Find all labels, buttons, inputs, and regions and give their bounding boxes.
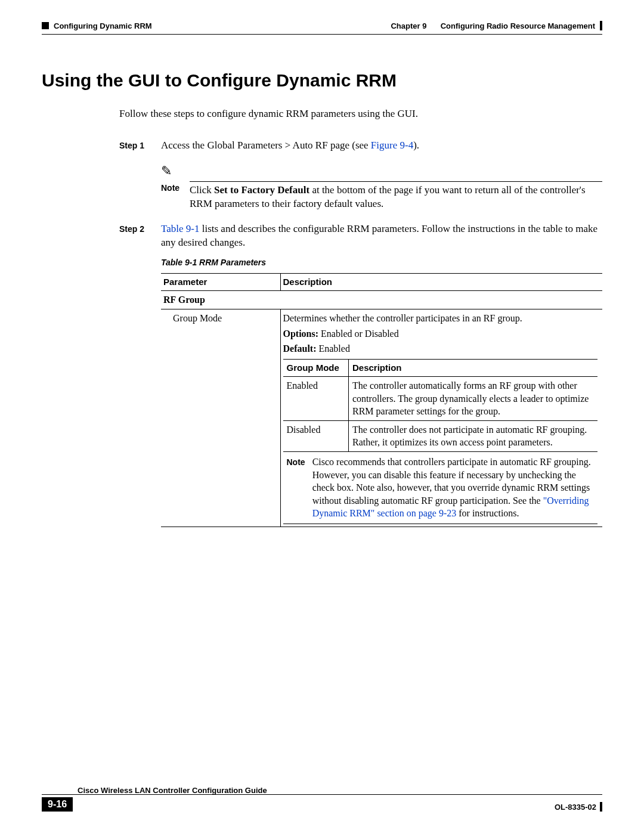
param-group-mode: Group Mode xyxy=(161,309,280,527)
header-rule xyxy=(42,34,602,35)
inner-note-label: Note xyxy=(287,456,305,520)
header-bar-icon xyxy=(600,21,602,30)
step-1: Step 1 Access the Global Parameters > Au… xyxy=(119,139,602,211)
page-header: Configuring Dynamic RRM Chapter 9 Config… xyxy=(42,21,602,30)
col-description: Description xyxy=(280,274,602,291)
page-number-badge: 9-16 xyxy=(42,797,73,812)
inner-col-desc: Description xyxy=(349,359,598,376)
step-2-text: lists and describes the configurable RRM… xyxy=(161,223,597,248)
header-chapter: Chapter 9 xyxy=(391,21,426,30)
page-title: Using the GUI to Configure Dynamic RRM xyxy=(42,70,602,91)
rrm-parameters-table: Parameter Description RF Group Group Mod… xyxy=(161,273,602,527)
header-chapter-title: Configuring Radio Resource Management xyxy=(441,21,595,30)
inner-col-mode: Group Mode xyxy=(283,359,349,376)
footer-bar-icon xyxy=(600,802,602,812)
col-parameter: Parameter xyxy=(161,274,280,291)
step-1-text-before: Access the Global Parameters > Auto RF p… xyxy=(161,140,371,151)
page-footer: 9-16 OL-8335-02 Cisco Wireless LAN Contr… xyxy=(42,794,602,812)
table-link[interactable]: Table 9-1 xyxy=(161,223,199,234)
inner-enabled-desc: The controller automatically forms an RF… xyxy=(349,377,598,421)
footer-guide-title: Cisco Wireless LAN Controller Configurat… xyxy=(78,786,267,795)
figure-link[interactable]: Figure 9-4 xyxy=(371,140,413,151)
inner-note-text: Cisco recommends that controllers partic… xyxy=(312,456,594,520)
note-text: Click Set to Factory Default at the bott… xyxy=(190,181,602,211)
header-section-left: Configuring Dynamic RRM xyxy=(54,21,152,30)
table-caption: Table 9-1 RRM Parameters xyxy=(161,257,602,268)
step-2: Step 2 Table 9-1 lists and describes the… xyxy=(119,222,602,527)
section-rf-group: RF Group xyxy=(161,291,602,309)
step-1-label: Step 1 xyxy=(119,139,161,211)
inner-disabled-desc: The controller does not participate in a… xyxy=(349,420,598,451)
param-group-mode-desc: Determines whether the controller partic… xyxy=(280,309,602,527)
header-square-icon xyxy=(42,22,49,29)
intro-text: Follow these steps to configure dynamic … xyxy=(119,107,602,121)
step-2-label: Step 2 xyxy=(119,222,161,527)
step-1-text-after: ). xyxy=(413,140,419,151)
group-mode-subtable: Group Mode Description Enabled The contr… xyxy=(283,359,598,524)
note-pencil-icon: ✎ xyxy=(161,162,172,180)
inner-enabled: Enabled xyxy=(283,377,349,421)
doc-number: OL-8335-02 xyxy=(555,803,596,812)
inner-disabled: Disabled xyxy=(283,420,349,451)
note-label: Note xyxy=(161,181,190,211)
inner-note: Note Cisco recommends that controllers p… xyxy=(287,454,595,521)
